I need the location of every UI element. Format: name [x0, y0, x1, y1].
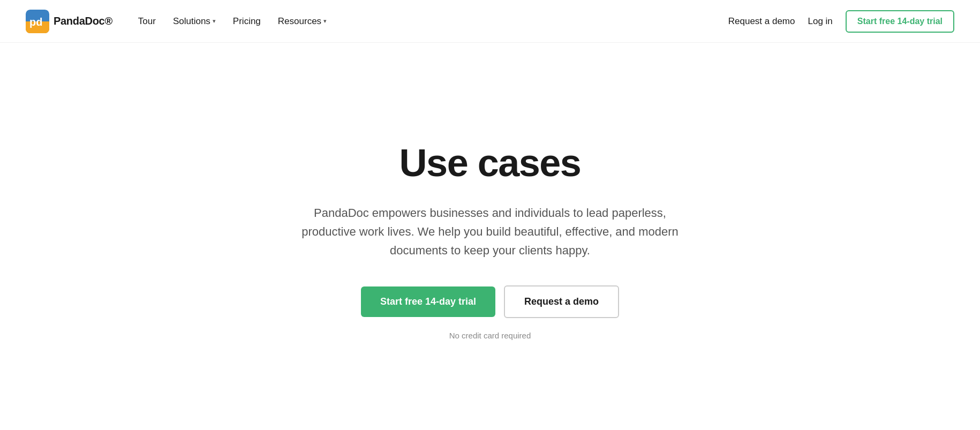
navbar-left: pd PandaDoc® Tour Solutions ▾ Pricing Re…	[26, 10, 333, 33]
login-link[interactable]: Log in	[808, 16, 832, 27]
disclaimer-text: No credit card required	[449, 331, 531, 340]
start-trial-nav-button[interactable]: Start free 14-day trial	[846, 10, 954, 33]
nav-item-pricing[interactable]: Pricing	[227, 12, 267, 31]
nav-item-resources[interactable]: Resources ▾	[272, 12, 333, 31]
page-title: Use cases	[399, 142, 581, 184]
navbar-right: Request a demo Log in Start free 14-day …	[728, 10, 954, 33]
request-demo-nav-link[interactable]: Request a demo	[728, 16, 795, 27]
chevron-down-icon: ▾	[213, 18, 216, 25]
request-demo-button[interactable]: Request a demo	[504, 285, 619, 318]
start-trial-main-button[interactable]: Start free 14-day trial	[361, 286, 495, 317]
brand-name: PandaDoc®	[54, 15, 112, 27]
primary-nav: Tour Solutions ▾ Pricing Resources ▾	[132, 12, 333, 31]
chevron-down-icon: ▾	[323, 18, 327, 25]
hero-section: Use cases PandaDoc empowers businesses a…	[0, 43, 980, 428]
svg-text:pd: pd	[29, 16, 42, 28]
nav-item-tour[interactable]: Tour	[132, 12, 162, 31]
navbar: pd PandaDoc® Tour Solutions ▾ Pricing Re…	[0, 0, 980, 43]
logo-link[interactable]: pd PandaDoc®	[26, 10, 112, 33]
hero-description: PandaDoc empowers businesses and individ…	[287, 203, 693, 260]
logo-icon: pd	[26, 10, 49, 33]
cta-buttons: Start free 14-day trial Request a demo	[361, 285, 619, 318]
nav-item-solutions[interactable]: Solutions ▾	[167, 12, 222, 31]
